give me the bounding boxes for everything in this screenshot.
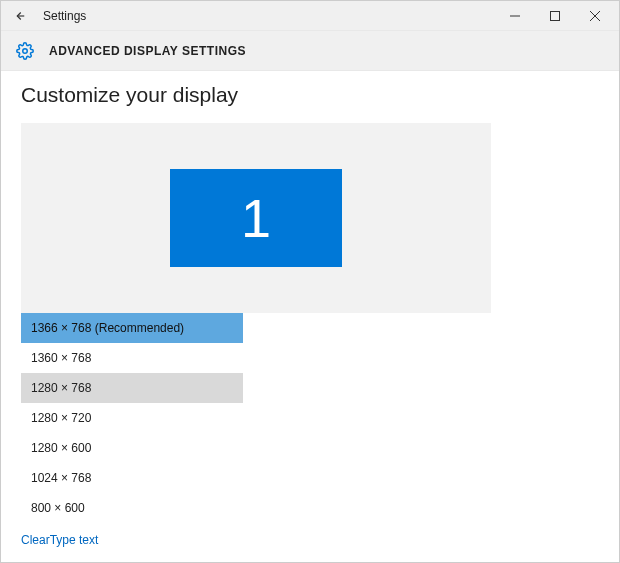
window-controls: [495, 2, 615, 30]
titlebar: Settings: [1, 1, 619, 31]
resolution-option-label: 1280 × 600: [31, 441, 91, 455]
close-icon: [590, 11, 600, 21]
settings-window: Settings ADVANCED DISPLAY SETTINGS Custo…: [0, 0, 620, 563]
resolution-option[interactable]: 1360 × 768: [21, 343, 243, 373]
svg-point-5: [23, 48, 28, 53]
resolution-option[interactable]: 800 × 600: [21, 493, 243, 523]
content: Customize your display 1 1366 × 768 (Rec…: [1, 71, 619, 562]
resolution-option[interactable]: 1280 × 600: [21, 433, 243, 463]
resolution-option-label: 1280 × 720: [31, 411, 91, 425]
resolution-dropdown-list[interactable]: 1366 × 768 (Recommended) 1360 × 768 1280…: [21, 313, 243, 523]
cleartype-link-label: ClearType text: [21, 533, 98, 547]
resolution-option-label: 1024 × 768: [31, 471, 91, 485]
resolution-option-label: 1280 × 768: [31, 381, 91, 395]
resolution-option[interactable]: 1280 × 720: [21, 403, 243, 433]
monitor-tile-1[interactable]: 1: [170, 169, 342, 267]
svg-rect-2: [551, 11, 560, 20]
cleartype-link[interactable]: ClearType text: [21, 533, 599, 547]
resolution-option[interactable]: 1366 × 768 (Recommended): [21, 313, 243, 343]
monitor-label: 1: [241, 187, 271, 249]
minimize-icon: [510, 11, 520, 21]
minimize-button[interactable]: [495, 2, 535, 30]
resolution-option-label: 800 × 600: [31, 501, 85, 515]
display-preview: 1: [21, 123, 491, 313]
page-title: Customize your display: [21, 83, 599, 107]
window-title: Settings: [43, 9, 86, 23]
resolution-option-label: 1360 × 768: [31, 351, 91, 365]
resolution-option-label: 1366 × 768 (Recommended): [31, 321, 184, 335]
maximize-icon: [550, 11, 560, 21]
maximize-button[interactable]: [535, 2, 575, 30]
arrow-left-icon: [12, 9, 26, 23]
resolution-option[interactable]: 1280 × 768: [21, 373, 243, 403]
back-button[interactable]: [5, 2, 33, 30]
subheader-title: ADVANCED DISPLAY SETTINGS: [49, 44, 246, 58]
gear-icon: [15, 41, 35, 61]
subheader: ADVANCED DISPLAY SETTINGS: [1, 31, 619, 71]
close-button[interactable]: [575, 2, 615, 30]
resolution-option[interactable]: 1024 × 768: [21, 463, 243, 493]
